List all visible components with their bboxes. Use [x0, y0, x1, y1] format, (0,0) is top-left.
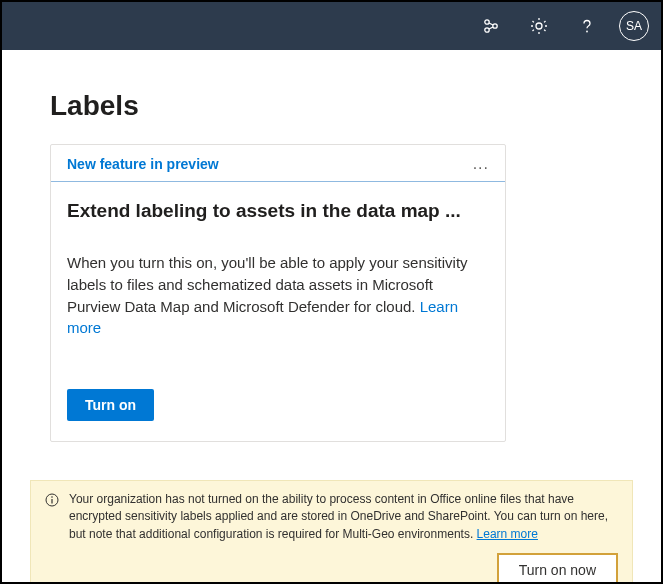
card-body: Extend labeling to assets in the data ma… — [51, 182, 505, 441]
svg-line-4 — [489, 27, 493, 29]
banner-text: Your organization has not turned on the … — [69, 491, 618, 543]
avatar-initials: SA — [626, 19, 642, 33]
app-header: SA — [2, 2, 661, 50]
info-banner: Your organization has not turned on the … — [30, 480, 633, 584]
card-menu-icon[interactable]: ... — [473, 155, 489, 173]
svg-point-1 — [493, 24, 497, 28]
avatar[interactable]: SA — [619, 11, 649, 41]
share-icon[interactable] — [471, 6, 511, 46]
preview-link[interactable]: New feature in preview — [67, 156, 219, 172]
turn-on-now-button[interactable]: Turn on now — [497, 553, 618, 584]
card-description: When you turn this on, you'll be able to… — [67, 252, 489, 339]
card-description-text: When you turn this on, you'll be able to… — [67, 254, 468, 315]
main-content: Labels New feature in preview ... Extend… — [2, 50, 661, 462]
card-header: New feature in preview ... — [51, 145, 505, 182]
svg-point-6 — [586, 31, 588, 33]
card-title: Extend labeling to assets in the data ma… — [67, 200, 489, 222]
svg-line-3 — [489, 23, 493, 25]
svg-point-5 — [536, 23, 542, 29]
svg-point-2 — [485, 28, 489, 32]
info-icon — [45, 493, 59, 543]
banner-learn-more-link[interactable]: Learn more — [477, 527, 538, 541]
turn-on-button[interactable]: Turn on — [67, 389, 154, 421]
gear-icon[interactable] — [519, 6, 559, 46]
banner-actions: Turn on now — [45, 553, 618, 584]
help-icon[interactable] — [567, 6, 607, 46]
svg-point-0 — [485, 20, 489, 24]
banner-row: Your organization has not turned on the … — [45, 491, 618, 543]
feature-card: New feature in preview ... Extend labeli… — [50, 144, 506, 442]
page-title: Labels — [50, 90, 613, 122]
svg-point-9 — [51, 496, 53, 498]
